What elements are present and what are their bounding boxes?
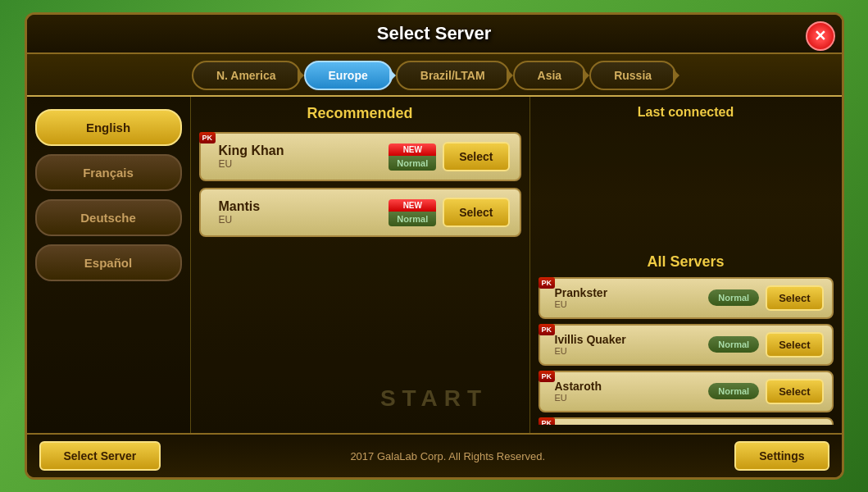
server-name-king-khan: King Khan: [219, 144, 383, 158]
dialog-title: Select Server: [377, 23, 491, 43]
all-servers-title: All Servers: [539, 253, 834, 271]
server-list-info-prankster: Prankster EU: [548, 286, 702, 309]
close-button[interactable]: ✕: [806, 21, 835, 51]
all-servers-panel: Last connected All Servers PK Prankster …: [530, 97, 842, 433]
server-list-info-ivillis: Ivillis Quaker EU: [548, 333, 702, 356]
pk-badge-bell: PK: [539, 417, 556, 426]
badge-container-1: NEW Normal: [389, 144, 436, 171]
server-list: PK Prankster EU Normal Select PK Ivillis…: [539, 277, 834, 426]
last-connected-title: Last connected: [539, 105, 834, 120]
dialog-overlay: Version: 5.0.92 User ID: 3n8m5ee04yF7 Se…: [0, 0, 868, 492]
new-badge-2: NEW: [389, 199, 436, 212]
server-card-mantis: Mantis EU NEW Normal Select: [199, 188, 521, 237]
copyright-text: 2017 GalaLab Corp. All Rights Reserved.: [350, 450, 545, 462]
status-badge-ivillis: Normal: [708, 336, 759, 353]
server-list-item-astaroth: PK Astaroth EU Normal Select: [539, 371, 834, 412]
pk-badge-astaroth: PK: [539, 371, 556, 382]
server-list-region-astaroth: EU: [555, 393, 702, 403]
tab-europe[interactable]: Europe: [304, 61, 393, 90]
server-region-king-khan: EU: [219, 158, 383, 170]
lang-english[interactable]: English: [35, 109, 182, 146]
lang-espanol[interactable]: Español: [35, 244, 182, 281]
tab-asia[interactable]: Asia: [513, 61, 587, 90]
status-badge-1: Normal: [389, 156, 436, 171]
server-list-item-ivillis-quaker: PK Ivillis Quaker EU Normal Select: [539, 324, 834, 366]
pk-badge-prankster: PK: [539, 277, 556, 289]
title-bar: Select Server ✕: [27, 15, 842, 54]
server-info-mantis: Mantis EU: [211, 199, 383, 226]
new-badge-1: NEW: [389, 144, 436, 156]
server-region-mantis: EU: [219, 214, 383, 226]
server-list-name-prankster: Prankster: [555, 286, 702, 299]
tab-brazil-ltam[interactable]: Brazil/LTAM: [396, 61, 510, 90]
server-list-name-ivillis: Ivillis Quaker: [555, 333, 702, 346]
server-list-name-astaroth: Astaroth: [555, 380, 702, 393]
select-server-button[interactable]: Select Server: [39, 441, 161, 471]
server-name-mantis: Mantis: [219, 199, 383, 214]
pk-badge-1: PK: [199, 132, 216, 144]
status-badge-astaroth: Normal: [708, 383, 759, 399]
last-connected-section: Last connected: [539, 105, 834, 253]
recommended-title: Recommended: [199, 105, 521, 122]
select-ivillis-button[interactable]: Select: [766, 332, 823, 358]
select-prankster-button[interactable]: Select: [766, 285, 823, 311]
lang-deutsche[interactable]: Deutsche: [35, 199, 182, 236]
select-mantis-button[interactable]: Select: [443, 198, 509, 227]
select-astaroth-button[interactable]: Select: [766, 379, 823, 404]
badge-container-2: NEW Normal: [389, 199, 436, 226]
server-list-item-prankster: PK Prankster EU Normal Select: [539, 277, 834, 319]
language-panel: English Français Deutsche Español: [27, 97, 191, 433]
server-list-item-bell: PK Bell EU Normal Select: [539, 417, 834, 426]
server-list-region-prankster: EU: [555, 299, 702, 309]
status-badge-2: Normal: [389, 212, 436, 226]
server-info-king-khan: King Khan EU: [211, 144, 383, 170]
tabs-row: N. America Europe Brazil/LTAM Asia Russi…: [27, 54, 842, 97]
bottom-bar: Select Server 2017 GalaLab Corp. All Rig…: [27, 433, 842, 477]
status-badge-prankster: Normal: [708, 289, 759, 306]
select-server-dialog: Version: 5.0.92 User ID: 3n8m5ee04yF7 Se…: [25, 12, 844, 480]
server-list-region-ivillis: EU: [555, 346, 702, 356]
tab-russia[interactable]: Russia: [589, 61, 676, 90]
pk-badge-ivillis: PK: [539, 324, 556, 335]
recommended-panel: Recommended PK King Khan EU NEW Normal S…: [191, 97, 530, 433]
main-content: English Français Deutsche Español Recomm…: [27, 97, 842, 433]
lang-francais[interactable]: Français: [35, 154, 182, 191]
settings-button[interactable]: Settings: [734, 441, 829, 471]
server-list-info-astaroth: Astaroth EU: [548, 380, 702, 403]
tab-n-america[interactable]: N. America: [192, 61, 301, 90]
server-card-king-khan: PK King Khan EU NEW Normal Select: [199, 132, 521, 181]
watermark: START: [380, 385, 488, 412]
select-king-khan-button[interactable]: Select: [443, 142, 509, 171]
